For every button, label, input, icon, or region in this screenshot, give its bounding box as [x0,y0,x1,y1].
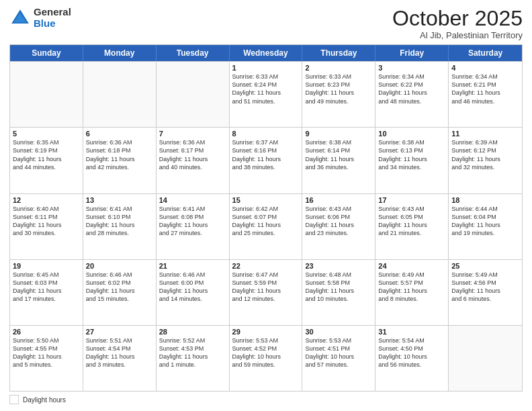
day-number: 29 [232,328,300,336]
calendar-cell-9: 9Sunrise: 6:38 AM Sunset: 6:14 PM Daylig… [302,128,375,193]
day-number: 5 [13,130,80,138]
day-number: 16 [305,196,372,204]
calendar-row-1: 5Sunrise: 6:35 AM Sunset: 6:19 PM Daylig… [10,127,522,193]
calendar-cell-4: 4Sunrise: 6:34 AM Sunset: 6:21 PM Daylig… [449,62,522,127]
day-number: 12 [13,196,80,204]
day-info: Sunrise: 6:44 AM Sunset: 6:04 PM Dayligh… [451,205,519,238]
calendar-cell-11: 11Sunrise: 6:39 AM Sunset: 6:12 PM Dayli… [449,128,522,193]
header: General Blue October 2025 Al Jib, Palest… [9,7,523,40]
day-info: Sunrise: 6:40 AM Sunset: 6:11 PM Dayligh… [13,205,80,238]
day-info: Sunrise: 6:38 AM Sunset: 6:13 PM Dayligh… [378,138,445,171]
calendar-cell-empty-6 [449,326,522,391]
calendar-body: 1Sunrise: 6:33 AM Sunset: 6:24 PM Daylig… [10,61,522,391]
day-info: Sunrise: 6:35 AM Sunset: 6:19 PM Dayligh… [13,138,80,171]
calendar-cell-12: 12Sunrise: 6:40 AM Sunset: 6:11 PM Dayli… [10,194,83,259]
calendar-cell-21: 21Sunrise: 6:46 AM Sunset: 6:00 PM Dayli… [157,260,230,325]
day-info: Sunrise: 6:43 AM Sunset: 6:06 PM Dayligh… [305,205,372,238]
day-number: 26 [13,328,80,336]
weekday-header-wednesday: Wednesday [230,45,303,61]
day-info: Sunrise: 6:46 AM Sunset: 6:00 PM Dayligh… [159,271,226,304]
day-number: 3 [378,64,445,72]
day-number: 20 [86,262,153,270]
day-info: Sunrise: 6:39 AM Sunset: 6:12 PM Dayligh… [451,138,519,171]
calendar: SundayMondayTuesdayWednesdayThursdayFrid… [9,44,523,392]
footer-label: Daylight hours [23,396,66,404]
logo-text: General Blue [34,7,71,29]
calendar-cell-18: 18Sunrise: 6:44 AM Sunset: 6:04 PM Dayli… [449,194,522,259]
day-number: 22 [232,262,300,270]
day-info: Sunrise: 6:33 AM Sunset: 6:23 PM Dayligh… [305,73,372,105]
calendar-cell-17: 17Sunrise: 6:43 AM Sunset: 6:05 PM Dayli… [375,194,449,259]
day-number: 23 [305,262,372,270]
day-info: Sunrise: 6:36 AM Sunset: 6:17 PM Dayligh… [159,138,226,171]
logo-icon [9,7,31,29]
day-info: Sunrise: 6:43 AM Sunset: 6:05 PM Dayligh… [378,205,445,238]
calendar-row-3: 19Sunrise: 6:45 AM Sunset: 6:03 PM Dayli… [10,259,522,325]
calendar-row-2: 12Sunrise: 6:40 AM Sunset: 6:11 PM Dayli… [10,193,522,259]
month-title: October 2025 [392,7,523,30]
day-info: Sunrise: 6:33 AM Sunset: 6:24 PM Dayligh… [232,73,300,105]
day-number: 17 [378,196,445,204]
weekday-header-friday: Friday [375,45,449,61]
location: Al Jib, Palestinian Territory [392,30,523,40]
calendar-cell-24: 24Sunrise: 6:49 AM Sunset: 5:57 PM Dayli… [375,260,449,325]
day-info: Sunrise: 6:41 AM Sunset: 6:08 PM Dayligh… [159,205,226,238]
calendar-cell-14: 14Sunrise: 6:41 AM Sunset: 6:08 PM Dayli… [157,194,230,259]
calendar-cell-3: 3Sunrise: 6:34 AM Sunset: 6:22 PM Daylig… [375,62,449,127]
day-info: Sunrise: 6:36 AM Sunset: 6:18 PM Dayligh… [86,138,153,171]
day-info: Sunrise: 6:48 AM Sunset: 5:58 PM Dayligh… [305,271,372,304]
day-info: Sunrise: 6:47 AM Sunset: 5:59 PM Dayligh… [232,271,300,304]
calendar-cell-20: 20Sunrise: 6:46 AM Sunset: 6:02 PM Dayli… [83,260,157,325]
calendar-cell-23: 23Sunrise: 6:48 AM Sunset: 5:58 PM Dayli… [302,260,375,325]
day-number: 13 [86,196,153,204]
day-info: Sunrise: 6:49 AM Sunset: 5:57 PM Dayligh… [378,271,445,304]
day-number: 9 [305,130,372,138]
day-info: Sunrise: 6:46 AM Sunset: 6:02 PM Dayligh… [86,271,153,304]
logo-general-text: General [34,7,71,18]
day-info: Sunrise: 5:49 AM Sunset: 4:56 PM Dayligh… [451,271,519,304]
day-number: 2 [305,64,372,72]
weekday-header-sunday: Sunday [10,45,83,61]
footer-box [9,395,19,404]
calendar-cell-7: 7Sunrise: 6:36 AM Sunset: 6:17 PM Daylig… [157,128,230,193]
day-info: Sunrise: 6:45 AM Sunset: 6:03 PM Dayligh… [13,271,80,304]
day-number: 21 [159,262,226,270]
calendar-cell-6: 6Sunrise: 6:36 AM Sunset: 6:18 PM Daylig… [83,128,157,193]
weekday-header-tuesday: Tuesday [157,45,230,61]
calendar-cell-16: 16Sunrise: 6:43 AM Sunset: 6:06 PM Dayli… [302,194,375,259]
calendar-cell-25: 25Sunrise: 5:49 AM Sunset: 4:56 PM Dayli… [449,260,522,325]
title-block: October 2025 Al Jib, Palestinian Territo… [392,7,523,40]
day-number: 24 [378,262,445,270]
day-number: 25 [451,262,519,270]
calendar-row-4: 26Sunrise: 5:50 AM Sunset: 4:55 PM Dayli… [10,325,522,391]
day-info: Sunrise: 6:34 AM Sunset: 6:22 PM Dayligh… [378,73,445,105]
day-number: 11 [451,130,519,138]
calendar-cell-empty-2 [157,62,230,127]
day-number: 4 [451,64,519,72]
calendar-header: SundayMondayTuesdayWednesdayThursdayFrid… [10,45,522,61]
day-number: 18 [451,196,519,204]
day-info: Sunrise: 6:42 AM Sunset: 6:07 PM Dayligh… [232,205,300,238]
day-number: 8 [232,130,300,138]
day-info: Sunrise: 6:38 AM Sunset: 6:14 PM Dayligh… [305,138,372,171]
calendar-cell-28: 28Sunrise: 5:52 AM Sunset: 4:53 PM Dayli… [157,326,230,391]
day-info: Sunrise: 5:53 AM Sunset: 4:51 PM Dayligh… [305,336,372,369]
day-info: Sunrise: 5:51 AM Sunset: 4:54 PM Dayligh… [86,336,153,369]
day-number: 30 [305,328,372,336]
day-number: 28 [159,328,226,336]
weekday-header-saturday: Saturday [449,45,522,61]
calendar-cell-30: 30Sunrise: 5:53 AM Sunset: 4:51 PM Dayli… [302,326,375,391]
weekday-header-monday: Monday [83,45,157,61]
logo: General Blue [9,7,71,29]
calendar-row-0: 1Sunrise: 6:33 AM Sunset: 6:24 PM Daylig… [10,61,522,127]
day-info: Sunrise: 5:54 AM Sunset: 4:50 PM Dayligh… [378,336,445,369]
calendar-cell-31: 31Sunrise: 5:54 AM Sunset: 4:50 PM Dayli… [375,326,449,391]
logo-blue-text: Blue [34,18,71,30]
calendar-cell-empty-0 [10,62,83,127]
day-number: 15 [232,196,300,204]
calendar-cell-5: 5Sunrise: 6:35 AM Sunset: 6:19 PM Daylig… [10,128,83,193]
calendar-cell-19: 19Sunrise: 6:45 AM Sunset: 6:03 PM Dayli… [10,260,83,325]
calendar-cell-1: 1Sunrise: 6:33 AM Sunset: 6:24 PM Daylig… [230,62,303,127]
page: General Blue October 2025 Al Jib, Palest… [0,0,532,411]
day-number: 14 [159,196,226,204]
